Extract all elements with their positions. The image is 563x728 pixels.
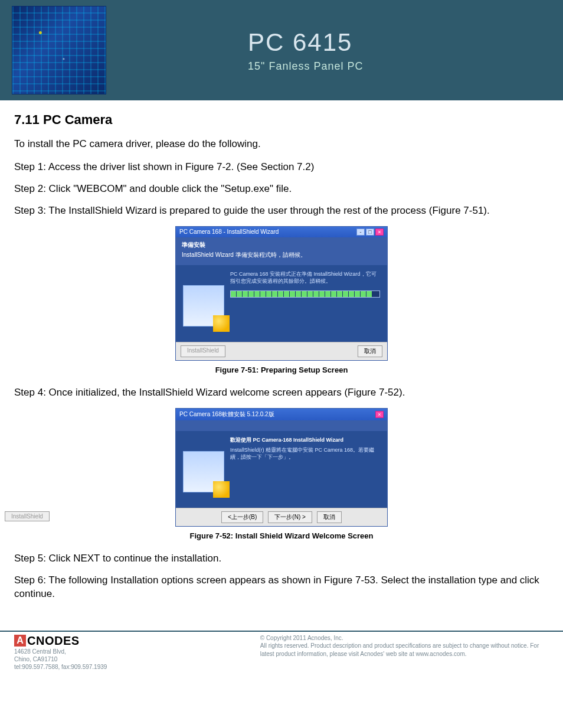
close-icon[interactable]: ×: [375, 228, 384, 236]
header-text: PC 6415 15" Fanless Panel PC: [248, 28, 363, 73]
dialog-title: PC Camera 168 - InstallShield Wizard: [179, 228, 279, 235]
cancel-button[interactable]: 取消: [317, 511, 342, 523]
copyright-line: © Copyright 2011 Acnodes, Inc.: [260, 634, 549, 642]
welcome-heading: 歡迎使用 PC Camera-168 InstallShield Wizard: [230, 437, 380, 444]
dialog-subheader: [176, 420, 387, 431]
installshield-label: InstallShield: [5, 511, 50, 521]
copyright-desc: All rights reserved. Product description…: [260, 642, 549, 658]
section-heading: 7.11 PC Camera: [14, 112, 549, 128]
figure-7-52: PC Camera 168軟體安裝 5.12.0.2版 × 歡迎使用 PC Ca…: [14, 408, 549, 527]
close-icon[interactable]: ×: [375, 411, 384, 418]
installshield-label: InstallShield: [181, 345, 225, 357]
logo-mark-icon: A: [14, 635, 26, 647]
header-banner: PC 6415 15" Fanless Panel PC: [0, 0, 563, 100]
step-4: Step 4: Once initialized, the InstallShi…: [14, 386, 549, 400]
dialog-titlebar: PC Camera 168軟體安裝 5.12.0.2版 ×: [176, 409, 387, 420]
step-2: Step 2: Click "WEBCOM" and double click …: [14, 182, 549, 196]
figure-7-51-caption: Figure 7-51: Preparing Setup Screen: [14, 365, 549, 374]
section-number: 7.11: [14, 112, 40, 127]
step-5: Step 5: Click NEXT to continue the insta…: [14, 552, 549, 566]
product-title: PC 6415: [248, 28, 363, 57]
figure-7-52-caption: Figure 7-52: Install Shield Wizard Welco…: [14, 531, 549, 540]
dialog-title: PC Camera 168軟體安裝 5.12.0.2版: [179, 410, 274, 419]
acnodes-logo: A CNODES: [14, 634, 260, 648]
next-button[interactable]: 下一步(N) >: [268, 511, 312, 523]
maximize-icon[interactable]: □: [366, 228, 374, 236]
logo-text: CNODES: [27, 634, 80, 648]
addr-line-3: tel:909.597.7588, fax:909.597.1939: [14, 663, 260, 671]
back-button[interactable]: <上一步(B): [221, 511, 263, 523]
intro-text: To install the PC camera driver, please …: [14, 138, 549, 150]
header-board-image: [12, 6, 106, 94]
dialog-button-bar: InstallShield <上一步(B) 下一步(N) > 取消: [176, 508, 387, 526]
dialog-subdesc: InstallShield Wizard 準備安裝程式時，請稍候。: [182, 251, 381, 259]
footer: A CNODES 14628 Central Blvd, Chino, CA91…: [0, 632, 563, 681]
installshield-preparing-dialog: PC Camera 168 - InstallShield Wizard - □…: [175, 226, 388, 361]
addr-line-2: Chino, CA91710: [14, 655, 260, 663]
dialog-button-bar: InstallShield 取消: [176, 342, 387, 360]
dialog-body-text: PC Camera 168 安裝程式正在準備 InstallShield Wiz…: [230, 271, 380, 285]
minimize-icon[interactable]: -: [356, 228, 365, 236]
progress-bar: [230, 290, 380, 298]
step-6: Step 6: The following Installation optio…: [14, 574, 549, 601]
computer-icon: [183, 285, 224, 327]
figure-7-51: PC Camera 168 - InstallShield Wizard - □…: [14, 226, 549, 361]
step-3: Step 3: The InstallShield Wizard is prep…: [14, 204, 549, 218]
dialog-titlebar: PC Camera 168 - InstallShield Wizard - □…: [176, 227, 387, 237]
computer-icon: [183, 451, 224, 492]
installshield-welcome-dialog: PC Camera 168軟體安裝 5.12.0.2版 × 歡迎使用 PC Ca…: [175, 408, 388, 527]
section-title: PC Camera: [43, 112, 112, 127]
product-tagline: 15" Fanless Panel PC: [248, 60, 363, 73]
welcome-body-text: InstallShield(r) 精靈將在電腦中安裝 PC Camera 168…: [230, 447, 380, 461]
dialog-subheader: 準備安裝 InstallShield Wizard 準備安裝程式時，請稍候。: [176, 237, 387, 265]
cancel-button[interactable]: 取消: [358, 345, 382, 357]
dialog-body: PC Camera 168 安裝程式正在準備 InstallShield Wiz…: [176, 265, 387, 342]
dialog-subtitle: 準備安裝: [182, 241, 381, 249]
dialog-body: 歡迎使用 PC Camera-168 InstallShield Wizard …: [176, 431, 387, 508]
addr-line-1: 14628 Central Blvd,: [14, 648, 260, 655]
step-1: Step 1: Access the driver list shown in …: [14, 161, 549, 174]
